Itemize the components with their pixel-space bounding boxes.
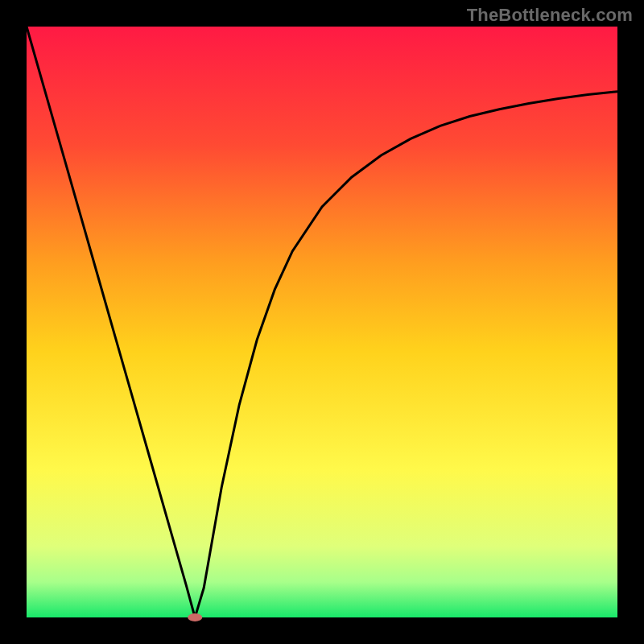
chart-container: TheBottleneck.com <box>0 0 644 644</box>
optimal-point-marker <box>188 613 202 621</box>
watermark-label: TheBottleneck.com <box>467 5 633 26</box>
bottleneck-chart <box>0 0 644 644</box>
plot-background <box>27 27 617 617</box>
